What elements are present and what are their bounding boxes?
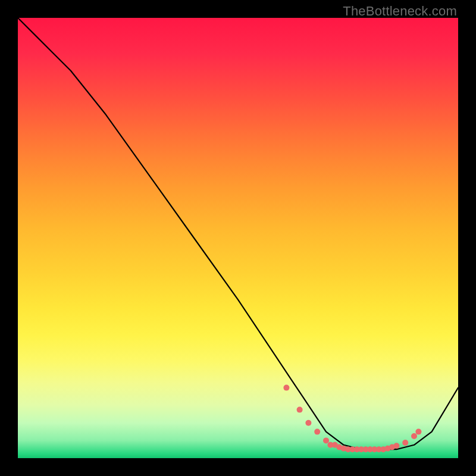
marker-dot xyxy=(305,420,311,426)
marker-dot xyxy=(402,440,408,446)
marker-dot xyxy=(411,433,417,439)
marker-dot xyxy=(393,443,399,449)
marker-group xyxy=(283,385,421,453)
marker-dot xyxy=(314,429,320,435)
marker-dot xyxy=(415,429,421,435)
plot-area xyxy=(18,18,458,458)
chart-frame: TheBottleneck.com xyxy=(0,0,476,476)
marker-dot xyxy=(323,437,329,443)
marker-dot xyxy=(283,385,289,391)
bottleneck-curve xyxy=(18,18,458,449)
watermark-text: TheBottleneck.com xyxy=(343,4,457,19)
curve-layer xyxy=(18,18,458,458)
marker-dot xyxy=(297,407,303,413)
